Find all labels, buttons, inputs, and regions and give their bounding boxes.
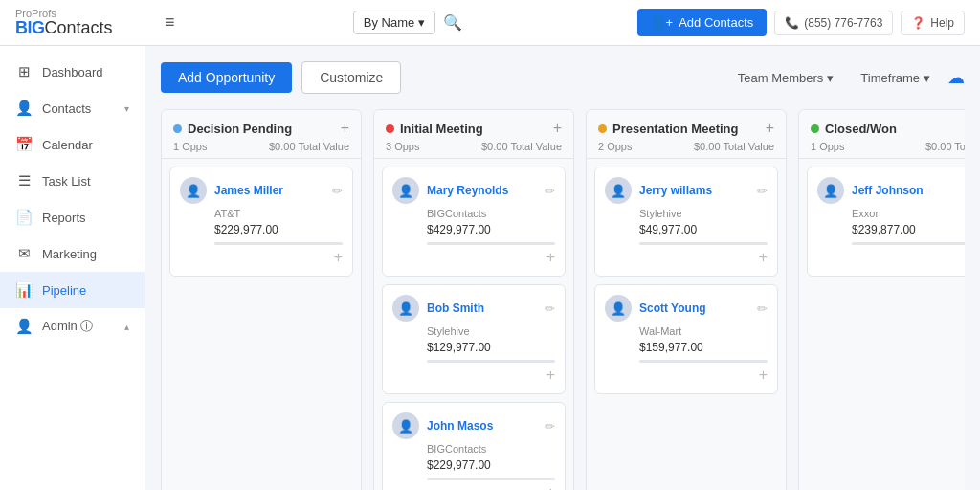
card-amount: $129,977.00	[427, 341, 555, 354]
card-edit-icon[interactable]: ✏	[332, 184, 343, 198]
card-contact-name[interactable]: James Miller	[214, 184, 324, 197]
card-contact-name[interactable]: Jerry willams	[639, 184, 749, 197]
toolbar-right: Team Members ▾ Timeframe ▾ ☁	[728, 65, 965, 91]
sidebar-label-contacts: Contacts	[42, 101, 91, 116]
col-cards-initial-meeting: 👤Mary Reynolds✏BIGContacts$429,977.00+👤B…	[374, 159, 573, 490]
card-amount: $49,977.00	[639, 223, 768, 236]
sidebar-label-dashboard: Dashboard	[42, 65, 103, 79]
col-header-presentation-meeting: Presentation Meeting+2 Opps$0.00 Total V…	[587, 110, 786, 159]
card-contact-name[interactable]: Scott Young	[639, 301, 749, 315]
card-company: Exxon	[852, 208, 965, 219]
card-progress-bar	[427, 478, 555, 480]
card-progress-bar	[427, 242, 555, 245]
card-contact-name[interactable]: Bob Smith	[427, 301, 537, 315]
team-members-button[interactable]: Team Members ▾	[728, 65, 844, 91]
avatar: 👤	[817, 177, 844, 204]
hamburger-menu[interactable]: ≡	[161, 9, 179, 36]
col-add-icon[interactable]: +	[553, 120, 562, 137]
sidebar-item-dashboard[interactable]: ⊞ Dashboard	[0, 54, 145, 90]
search-icon[interactable]: 🔍	[443, 13, 462, 32]
card-edit-icon[interactable]: ✏	[545, 419, 555, 434]
team-members-label: Team Members	[738, 71, 824, 85]
kanban-col-decision-pending: Decision Pending+1 Opps$0.00 Total Value…	[161, 109, 362, 490]
card-contact-name[interactable]: John Masos	[427, 419, 537, 433]
col-opps-count-initial-meeting: 3 Opps	[386, 141, 419, 152]
card-edit-icon[interactable]: ✏	[757, 301, 768, 316]
card-company: Wal-Mart	[639, 325, 768, 337]
col-header-initial-meeting: Initial Meeting+3 Opps$0.00 Total Value	[374, 110, 573, 159]
sidebar-item-reports[interactable]: 📄 Reports	[0, 199, 145, 235]
table-row: 👤Bob Smith✏Stylehive$129,977.00+	[382, 284, 566, 394]
sidebar-label-pipeline: Pipeline	[42, 283, 86, 298]
col-cards-decision-pending: 👤James Miller✏AT&T$229,977.00+	[162, 159, 361, 284]
kanban-col-initial-meeting: Initial Meeting+3 Opps$0.00 Total Value👤…	[373, 109, 574, 490]
col-total-value-decision-pending: $0.00 Total Value	[269, 141, 349, 152]
card-add-icon[interactable]: +	[759, 367, 768, 384]
contacts-icon: 👤	[15, 100, 33, 117]
kanban-col-closed-won: Closed/Won+1 Opps$0.00 Total V👤Jeff John…	[798, 109, 965, 490]
avatar: 👤	[605, 295, 632, 322]
card-company: Stylehive	[427, 325, 555, 337]
card-amount: $229,977.00	[427, 458, 555, 472]
kanban-board: Decision Pending+1 Opps$0.00 Total Value…	[161, 109, 965, 490]
card-amount: $429,977.00	[427, 223, 555, 236]
table-row: 👤Scott Young✏Wal-Mart$159,977.00+	[594, 284, 778, 394]
avatar: 👤	[392, 412, 419, 439]
sidebar-item-task-list[interactable]: ☰ Task List	[0, 163, 145, 199]
header-search-area: By Name ▾ 🔍	[190, 11, 626, 34]
sidebar: ⊞ Dashboard 👤 Contacts ▾ 📅 Calendar ☰ Ta…	[0, 46, 145, 490]
sidebar-item-pipeline[interactable]: 📊 Pipeline	[0, 272, 145, 308]
col-total-value-closed-won: $0.00 Total V	[925, 141, 965, 152]
col-opps-count-presentation-meeting: 2 Opps	[598, 141, 632, 152]
phone-button[interactable]: 📞 (855) 776-7763	[774, 11, 893, 35]
col-title-decision-pending: Decision Pending	[188, 122, 335, 136]
sidebar-item-admin[interactable]: 👤 Admin ⓘ ▴	[0, 308, 145, 345]
header-right: 👤+ Add Contacts 📞 (855) 776-7763 ❓ Help	[637, 9, 965, 36]
card-add-icon[interactable]: +	[759, 249, 768, 266]
col-title-initial-meeting: Initial Meeting	[400, 122, 547, 136]
sidebar-item-calendar[interactable]: 📅 Calendar	[0, 126, 145, 163]
sidebar-label-calendar: Calendar	[42, 138, 93, 152]
card-company: BIGContacts	[427, 443, 555, 455]
sidebar-item-marketing[interactable]: ✉ Marketing	[0, 235, 145, 272]
card-add-icon[interactable]: +	[546, 249, 555, 266]
card-progress-bar	[852, 242, 965, 245]
avatar: 👤	[392, 295, 419, 322]
chevron-down-icon: ▾	[418, 15, 425, 30]
sort-by-name-button[interactable]: By Name ▾	[353, 11, 435, 34]
kanban-col-presentation-meeting: Presentation Meeting+2 Opps$0.00 Total V…	[586, 109, 787, 490]
cloud-icon[interactable]: ☁	[947, 67, 965, 88]
col-header-closed-won: Closed/Won+1 Opps$0.00 Total V	[799, 110, 965, 159]
sidebar-label-admin: Admin ⓘ	[42, 318, 93, 335]
add-contacts-button[interactable]: 👤+ Add Contacts	[637, 9, 768, 36]
customize-button[interactable]: Customize	[301, 61, 401, 94]
calendar-icon: 📅	[15, 136, 33, 153]
col-opps-count-closed-won: 1 Opps	[811, 141, 844, 152]
timeframe-button[interactable]: Timeframe ▾	[851, 65, 940, 91]
card-add-icon[interactable]: +	[546, 367, 555, 384]
card-edit-icon[interactable]: ✏	[545, 184, 555, 198]
col-total-value-presentation-meeting: $0.00 Total Value	[694, 141, 774, 152]
card-contact-name[interactable]: Jeff Johnson	[852, 184, 962, 197]
card-edit-icon[interactable]: ✏	[545, 301, 555, 316]
col-add-icon[interactable]: +	[341, 120, 349, 137]
help-button[interactable]: ❓ Help	[901, 11, 965, 35]
card-progress-bar	[214, 242, 343, 245]
card-edit-icon[interactable]: ✏	[757, 184, 768, 198]
logo-big-text: BIG	[15, 18, 45, 37]
logo-contacts-text: Contacts	[45, 18, 113, 37]
contacts-chevron-icon: ▾	[124, 103, 129, 114]
sidebar-item-contacts[interactable]: 👤 Contacts ▾	[0, 90, 145, 126]
card-contact-name[interactable]: Mary Reynolds	[427, 184, 537, 197]
avatar: 👤	[605, 177, 632, 204]
timeframe-label: Timeframe	[860, 71, 920, 85]
card-add-icon[interactable]: +	[546, 484, 555, 490]
col-title-presentation-meeting: Presentation Meeting	[612, 122, 760, 136]
add-opportunity-button[interactable]: Add Opportunity	[161, 62, 292, 93]
col-dot-icon	[598, 124, 607, 133]
card-add-icon[interactable]: +	[334, 249, 343, 266]
col-add-icon[interactable]: +	[766, 120, 774, 137]
card-company: Stylehive	[639, 208, 768, 219]
task-list-icon: ☰	[15, 172, 33, 189]
card-amount: $239,877.00	[852, 223, 965, 236]
